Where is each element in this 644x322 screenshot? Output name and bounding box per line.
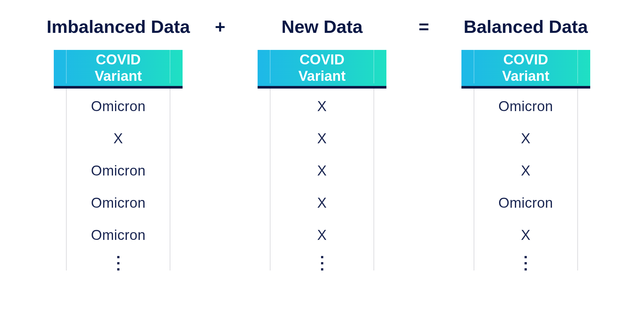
table-cell: X <box>521 130 531 147</box>
column-balanced: Balanced Data COVIDVariant Omicron X X O… <box>442 16 610 270</box>
table-cell: X <box>317 98 327 114</box>
ellipsis-icon <box>117 256 119 270</box>
table-body: X X X X X <box>258 89 386 270</box>
table-imbalanced: COVIDVariant Omicron X Omicron Omicron O… <box>54 50 183 270</box>
table-cell: X <box>317 130 327 147</box>
table-cell: Omicron <box>91 163 146 179</box>
table-cell: Omicron <box>91 98 146 114</box>
table-cell: Omicron <box>498 195 553 211</box>
table-cell: Omicron <box>91 195 146 211</box>
table-cell: X <box>317 227 327 243</box>
table-cell: X <box>317 195 327 211</box>
equals-operator: = <box>406 16 442 37</box>
table-cell: Omicron <box>498 98 553 114</box>
header-text: COVIDVariant <box>298 52 346 84</box>
table-balanced: COVIDVariant Omicron X X Omicron X <box>461 50 590 270</box>
table-cell: X <box>521 163 531 179</box>
header-text: COVIDVariant <box>502 52 549 84</box>
table-new: COVIDVariant X X X X X <box>258 50 386 270</box>
table-cell: Omicron <box>91 227 146 243</box>
table-cell: X <box>113 130 123 147</box>
column-imbalanced: Imbalanced Data COVIDVariant Omicron X O… <box>34 16 202 270</box>
title-imbalanced: Imbalanced Data <box>47 16 190 37</box>
table-cell: X <box>521 227 531 243</box>
ellipsis-icon <box>321 256 323 270</box>
diagram-container: Imbalanced Data COVIDVariant Omicron X O… <box>0 0 644 270</box>
header-text: COVIDVariant <box>95 52 142 84</box>
table-header: COVIDVariant <box>258 50 386 89</box>
table-header: COVIDVariant <box>54 50 183 89</box>
table-body: Omicron X Omicron Omicron Omicron <box>54 89 183 270</box>
table-body: Omicron X X Omicron X <box>461 89 590 270</box>
column-new: New Data COVIDVariant X X X X X <box>238 16 406 270</box>
table-cell: X <box>317 163 327 179</box>
title-new: New Data <box>281 16 363 37</box>
ellipsis-icon <box>525 256 527 270</box>
plus-operator: + <box>202 16 238 37</box>
title-balanced: Balanced Data <box>464 16 588 37</box>
table-header: COVIDVariant <box>461 50 590 89</box>
